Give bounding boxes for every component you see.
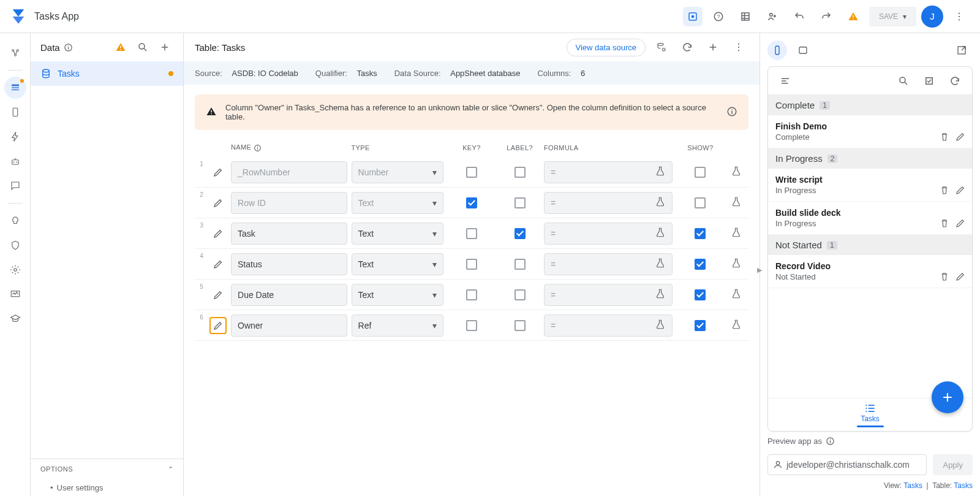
tablet-preview-icon[interactable] — [792, 39, 814, 61]
edit-icon[interactable] — [955, 218, 966, 231]
preview-search-icon[interactable] — [894, 71, 913, 91]
task-item[interactable]: Record VideoNot Started — [768, 255, 972, 288]
automation-nav-icon[interactable] — [4, 150, 26, 172]
formula-field[interactable]: = — [544, 192, 673, 214]
delete-icon[interactable] — [939, 185, 950, 197]
column-name-field[interactable]: Row ID — [231, 192, 347, 214]
settings-nav-icon[interactable] — [4, 259, 26, 281]
formula-field[interactable]: = — [544, 223, 673, 245]
beaker-icon[interactable] — [731, 288, 742, 301]
edit-column-button[interactable] — [209, 317, 227, 334]
preview-email-input[interactable]: jdeveloper@christianschalk.com — [767, 454, 927, 475]
beaker-icon[interactable] — [731, 227, 742, 240]
group-header[interactable]: Complete1 — [768, 95, 972, 115]
open-preview-icon[interactable] — [951, 39, 973, 61]
add-table-icon[interactable] — [156, 39, 173, 56]
avatar[interactable]: J — [921, 6, 943, 28]
column-type-select[interactable]: Number▾ — [352, 161, 443, 183]
column-name-field[interactable]: Task — [231, 223, 347, 245]
beaker-icon[interactable] — [731, 196, 742, 209]
edit-column-button[interactable] — [209, 286, 227, 303]
bottom-tab-label[interactable]: Tasks — [861, 414, 880, 423]
key-checkbox[interactable] — [466, 289, 477, 300]
label-checkbox[interactable] — [514, 197, 526, 208]
task-item[interactable]: Write scriptIn Progress — [768, 169, 972, 202]
column-name-field[interactable]: Status — [231, 253, 347, 275]
user-settings-row[interactable]: • User settings — [31, 479, 183, 496]
connections-icon[interactable] — [4, 42, 26, 64]
search-icon[interactable] — [134, 39, 151, 56]
fab-add-button[interactable]: + — [932, 381, 963, 413]
label-checkbox[interactable] — [514, 320, 526, 331]
column-type-select[interactable]: Text▾ — [352, 192, 443, 214]
show-checkbox[interactable] — [695, 320, 706, 331]
share-icon[interactable] — [761, 6, 783, 28]
show-checkbox[interactable] — [695, 289, 706, 300]
grid-icon[interactable] — [734, 6, 756, 28]
show-checkbox[interactable] — [695, 197, 706, 208]
data-table-item[interactable]: Tasks — [31, 61, 183, 86]
edit-column-button[interactable] — [209, 256, 227, 273]
intelligence-nav-icon[interactable] — [4, 210, 26, 232]
beaker-icon[interactable] — [731, 319, 742, 332]
footer-table-link[interactable]: Tasks — [954, 481, 973, 490]
configure-source-icon[interactable] — [652, 37, 671, 57]
warning-icon[interactable] — [842, 6, 864, 28]
expand-preview-icon[interactable]: ▶ — [754, 265, 765, 276]
column-name-field[interactable]: Owner — [231, 315, 347, 337]
column-name-field[interactable]: Due Date — [231, 284, 347, 306]
column-type-select[interactable]: Text▾ — [352, 223, 443, 245]
hamburger-icon[interactable] — [775, 71, 795, 91]
footer-view-link[interactable]: Tasks — [903, 481, 922, 490]
formula-field[interactable]: = — [544, 161, 673, 183]
delete-icon[interactable] — [939, 271, 950, 284]
options-header[interactable]: OPTIONS ⌃ — [31, 459, 183, 479]
edit-column-button[interactable] — [209, 164, 227, 181]
actions-nav-icon[interactable] — [4, 126, 26, 148]
help-icon[interactable]: ? — [707, 6, 729, 28]
add-column-icon[interactable] — [703, 37, 723, 57]
formula-field[interactable]: = — [544, 284, 673, 306]
edit-column-button[interactable] — [209, 225, 227, 242]
select-all-icon[interactable] — [919, 71, 939, 91]
more-icon[interactable] — [729, 37, 748, 57]
edit-column-button[interactable] — [209, 194, 227, 212]
group-header[interactable]: In Progress2 — [768, 148, 972, 169]
views-nav-icon[interactable] — [4, 101, 26, 123]
beaker-icon[interactable] — [731, 166, 742, 178]
redo-icon[interactable] — [815, 6, 837, 28]
column-name-field[interactable]: _RowNumber — [231, 161, 347, 183]
task-item[interactable]: Build slide deckIn Progress — [768, 202, 972, 235]
group-header[interactable]: Not Started1 — [768, 235, 972, 255]
info-icon[interactable] — [726, 106, 737, 119]
label-checkbox[interactable] — [514, 259, 526, 270]
key-checkbox[interactable] — [466, 228, 477, 239]
data-warning-icon[interactable] — [112, 39, 129, 56]
key-checkbox[interactable] — [466, 197, 477, 208]
regenerate-icon[interactable] — [677, 37, 697, 57]
undo-icon[interactable] — [788, 6, 810, 28]
refresh-icon[interactable] — [945, 71, 965, 91]
key-checkbox[interactable] — [466, 167, 477, 178]
column-type-select[interactable]: Ref▾ — [352, 315, 443, 337]
show-checkbox[interactable] — [695, 228, 706, 239]
formula-field[interactable]: = — [544, 253, 673, 275]
label-checkbox[interactable] — [514, 289, 526, 300]
show-checkbox[interactable] — [695, 259, 706, 270]
edit-icon[interactable] — [955, 131, 966, 144]
edit-icon[interactable] — [955, 271, 966, 284]
chat-nav-icon[interactable] — [4, 175, 26, 197]
delete-icon[interactable] — [939, 218, 950, 231]
delete-icon[interactable] — [939, 131, 950, 144]
feedback-icon[interactable] — [683, 7, 703, 26]
column-type-select[interactable]: Text▾ — [352, 284, 443, 306]
learn-nav-icon[interactable] — [4, 308, 26, 330]
beaker-icon[interactable] — [731, 258, 742, 270]
monitor-nav-icon[interactable] — [4, 283, 26, 305]
save-button[interactable]: SAVE▾ — [869, 7, 916, 26]
label-checkbox[interactable] — [514, 167, 526, 178]
data-nav-icon[interactable] — [4, 77, 26, 99]
column-type-select[interactable]: Text▾ — [352, 253, 443, 275]
label-checkbox[interactable] — [514, 228, 526, 239]
edit-icon[interactable] — [955, 185, 966, 197]
